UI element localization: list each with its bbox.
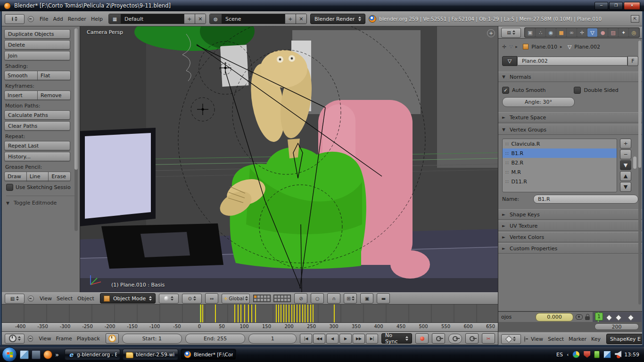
menu-item[interactable]: View: [36, 336, 53, 342]
editor-type-button[interactable]: i: [5, 14, 25, 24]
editor-type-button[interactable]: [5, 334, 25, 344]
menu-item[interactable]: View: [528, 336, 545, 342]
shape-keys-panel-header[interactable]: ►Shape Keys: [498, 209, 642, 220]
menu-item[interactable]: Playback: [74, 336, 102, 342]
playback-button[interactable]: ◀: [326, 334, 339, 344]
layer-cell[interactable]: [277, 298, 281, 302]
insert-keyframes-button[interactable]: [465, 333, 479, 344]
tool-button[interactable]: Smooth: [4, 71, 38, 80]
normals-panel-header[interactable]: ▼ Normals: [498, 72, 642, 82]
keying-set-button[interactable]: [432, 333, 445, 344]
current-frame-field[interactable]: 1: [248, 334, 297, 344]
snap-button[interactable]: ∩: [327, 293, 340, 304]
vertex-groups-list[interactable]: ∷Clavicula.R∷B1.R∷B2.R∷M.R∷D11.R: [502, 139, 617, 192]
constraints-tab[interactable]: ∞: [567, 28, 577, 37]
vg-remove-button[interactable]: −: [620, 149, 631, 159]
viewport-3d[interactable]: Camera Persp (1) Plane.010 : Basis + Dup…: [2, 26, 498, 304]
window-titlebar[interactable]: Blender* [F:\Corto Tomás\Pelicula 2\Proy…: [0, 0, 644, 11]
tool-button[interactable]: Flat: [37, 71, 71, 80]
current-frame-badge[interactable]: 1: [595, 313, 603, 321]
tool-button[interactable]: Join: [4, 51, 70, 60]
object-data-tab[interactable]: ▽: [587, 28, 597, 37]
viewport-shading-dropdown[interactable]: [159, 294, 179, 304]
menu-item[interactable]: Render: [66, 16, 89, 22]
layer-cell[interactable]: [267, 295, 270, 298]
double-sided-checkbox[interactable]: [574, 87, 581, 94]
layer-cell[interactable]: [264, 295, 267, 298]
sketching-checkbox[interactable]: [6, 184, 13, 191]
taskbar-task[interactable]: eg-blender.org - Bus...: [65, 349, 120, 360]
angle-slider[interactable]: Angle: 30°: [502, 97, 575, 107]
vertex-group-item[interactable]: ∷Clavicula.R: [503, 139, 617, 148]
layer-cell[interactable]: [281, 295, 284, 298]
security-tray-icon[interactable]: [584, 351, 590, 358]
layer-cell[interactable]: [284, 298, 287, 302]
menu-item[interactable]: Key: [589, 336, 603, 342]
tool-button[interactable]: Remove: [37, 90, 71, 100]
keyframe-diamond[interactable]: [615, 314, 622, 321]
active-keying-set-field[interactable]: [448, 334, 462, 344]
viewport-canvas[interactable]: [80, 26, 498, 292]
menu-item[interactable]: Select: [545, 336, 566, 342]
language-indicator[interactable]: ES: [556, 352, 563, 358]
tool-button[interactable]: Calculate Paths: [4, 110, 70, 120]
fake-user-button[interactable]: F: [627, 56, 638, 66]
layer-cell[interactable]: [274, 298, 277, 302]
playback-button[interactable]: |◀: [300, 334, 312, 344]
collapse-menus-icon[interactable]: [28, 336, 33, 342]
editor-type-button[interactable]: [501, 334, 521, 344]
texture-space-panel-header[interactable]: ► Texture Space: [498, 112, 642, 123]
taskbar-task[interactable]: Blender* [F:\Corto T...: [181, 349, 236, 360]
playback-button[interactable]: ▶: [339, 334, 352, 344]
only-selected-channels-button[interactable]: [106, 333, 119, 344]
timeline-keyframe-area[interactable]: [2, 304, 498, 322]
end-frame-field[interactable]: End: 255: [185, 334, 245, 344]
tool-button[interactable]: Line: [26, 172, 49, 181]
layer-cell[interactable]: [254, 295, 257, 298]
layer-cell[interactable]: [257, 298, 260, 302]
delete-scene-button[interactable]: ✕: [296, 14, 306, 24]
auto-smooth-checkbox[interactable]: ✓: [502, 87, 509, 94]
shapekey-channel-row[interactable]: ojos 0.000: [498, 312, 593, 322]
delete-layout-button[interactable]: ✕: [195, 14, 206, 24]
particles-tab[interactable]: ✦: [619, 28, 628, 37]
playback-button[interactable]: ▶|: [366, 334, 378, 344]
render-opengl-button[interactable]: ▣: [360, 293, 373, 304]
layer-cell[interactable]: [264, 298, 267, 302]
menu-item[interactable]: Select: [54, 296, 75, 302]
layer-cell[interactable]: [257, 295, 260, 298]
vertex-groups-scrollbar[interactable]: [633, 140, 636, 189]
modifiers-tab[interactable]: ✛: [577, 28, 587, 37]
menu-item[interactable]: File: [37, 16, 50, 22]
manipulator-toggle-button[interactable]: ⇔: [205, 293, 218, 304]
layer-cell[interactable]: [287, 298, 290, 302]
scene-selector[interactable]: ◍ Scene + ✕: [209, 14, 307, 24]
tool-button[interactable]: Clear Paths: [4, 121, 70, 131]
vertex-group-item[interactable]: ∷B2.R: [503, 158, 617, 167]
vg-move-down-button[interactable]: ▼: [620, 182, 631, 192]
world-tab[interactable]: ◉: [546, 28, 556, 37]
breadcrumb-data[interactable]: Plane.002: [574, 44, 600, 50]
dopesheet-mode-dropdown[interactable]: ShapeKey E: [606, 334, 642, 344]
layer-cell[interactable]: [284, 295, 287, 298]
menu-item[interactable]: Help: [89, 16, 105, 22]
physics-tab[interactable]: ◎: [629, 28, 639, 37]
vertex-group-item[interactable]: ∷D11.R: [503, 177, 617, 186]
menu-item[interactable]: Add: [50, 16, 65, 22]
layers-left[interactable]: [253, 295, 271, 302]
tool-button[interactable]: Repeat Last: [4, 141, 70, 150]
minimize-button[interactable]: ─: [594, 2, 608, 10]
vg-move-up-button[interactable]: ▲: [620, 171, 631, 181]
properties-region-toggle-icon[interactable]: +: [487, 29, 495, 37]
record-button[interactable]: [415, 333, 429, 344]
timeline-scrubber[interactable]: -400-350-300-250-200-150-100-50050100150…: [2, 322, 498, 332]
menu-item[interactable]: Frame: [53, 336, 74, 342]
switch-windows-icon[interactable]: [32, 350, 41, 359]
menu-item[interactable]: View: [37, 296, 54, 302]
breadcrumb-object[interactable]: Plane.010: [531, 44, 557, 50]
snap-element-dropdown[interactable]: ⊞: [344, 293, 357, 304]
scene-name[interactable]: Scene: [222, 14, 285, 24]
proportional-edit-button[interactable]: ○: [311, 293, 324, 304]
add-scene-button[interactable]: +: [285, 14, 296, 24]
render-tab[interactable]: ▣: [525, 28, 535, 37]
